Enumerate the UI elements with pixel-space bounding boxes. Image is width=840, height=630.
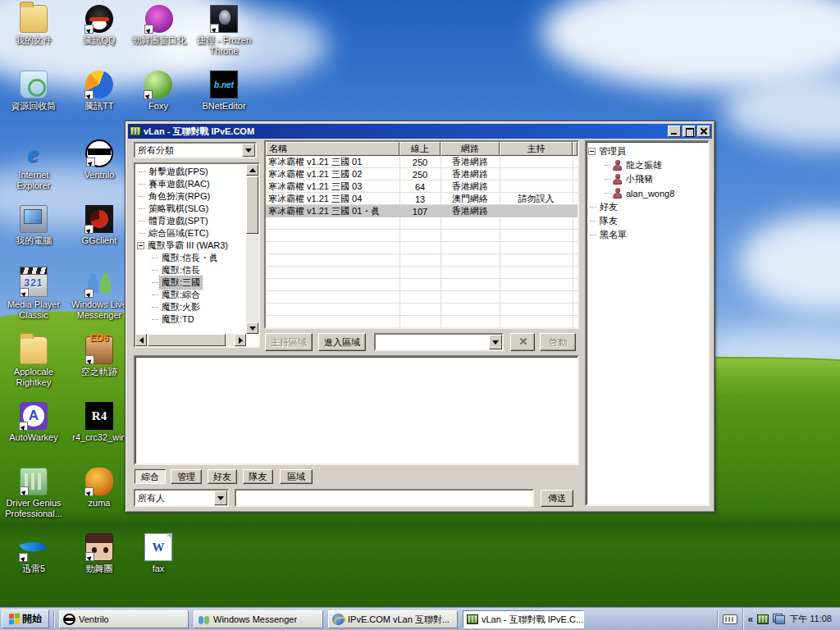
desktop-icon-thunder5[interactable]: 迅雷5 bbox=[3, 533, 64, 574]
shortcut-arrow-icon bbox=[84, 487, 94, 496]
table-header: 名稱 線上 網路 主持 bbox=[266, 142, 578, 156]
desktop-icon-foxy[interactable]: Foxy bbox=[128, 71, 189, 112]
desktop-icon-ventrilo[interactable]: Ventrilo bbox=[69, 139, 130, 180]
clapperboard-icon: 321 bbox=[20, 269, 48, 297]
desktop-icon-ed6-trails[interactable]: ED6 空之軌跡 bbox=[69, 336, 130, 377]
user-group-admins[interactable]: 管理員 bbox=[588, 144, 706, 158]
category-item[interactable]: 綜合區域(ETC) bbox=[137, 227, 246, 240]
collapse-chevron-icon[interactable]: « bbox=[748, 614, 754, 625]
collapse-icon[interactable] bbox=[137, 242, 144, 249]
user-item[interactable]: 龍之振雄 bbox=[588, 158, 706, 172]
launch-button[interactable]: 啓動 bbox=[540, 333, 576, 351]
category-item[interactable]: 角色扮演(RPG) bbox=[137, 190, 246, 203]
desktop-icon-ggclient[interactable]: GGclient bbox=[69, 205, 130, 246]
desktop-icon-driver-genius[interactable]: Driver Genius Professional... bbox=[3, 468, 64, 519]
desktop-icon-audition-windowed[interactable]: 勁舞團窗口化 bbox=[126, 5, 192, 46]
desktop-icon-audition[interactable]: 勁舞團 bbox=[69, 533, 130, 574]
tab-teammates[interactable]: 隊友 bbox=[243, 469, 273, 484]
user-item[interactable]: 小飛豬 bbox=[588, 172, 706, 186]
desktop-icon-media-player-classic[interactable]: 321 Media Player Classic bbox=[3, 269, 64, 321]
category-item[interactable]: 策略戰棋(SLG) bbox=[137, 203, 246, 215]
category-filter-combobox[interactable]: 所有分類 bbox=[134, 142, 257, 158]
category-item[interactable]: 魔獸:綜合 bbox=[137, 289, 246, 301]
category-item[interactable]: 魔獸:火影 bbox=[137, 301, 246, 313]
category-item[interactable]: 賽車遊戲(RAC) bbox=[137, 178, 246, 190]
vertical-scrollbar[interactable] bbox=[246, 164, 258, 334]
desktop-icon-recycle-bin[interactable]: 資源回收筒 bbox=[3, 71, 64, 112]
chat-display[interactable] bbox=[134, 355, 579, 465]
user-group-friends[interactable]: 好友 bbox=[588, 200, 706, 214]
column-header-online[interactable]: 線上 bbox=[399, 142, 441, 156]
desktop-icon-frozen-throne[interactable]: 捷徑 - Frozen Throne bbox=[194, 5, 254, 57]
start-button[interactable]: 開始 bbox=[2, 609, 49, 628]
desktop-icon-applocale-rightkey[interactable]: Applocale Rightkey bbox=[3, 336, 64, 388]
desktop-icon-fax[interactable]: W fax bbox=[128, 533, 189, 574]
host-room-button[interactable]: 主持區域 bbox=[265, 333, 313, 351]
desktop-icon-zuma[interactable]: zuma bbox=[69, 468, 130, 509]
close-icon[interactable] bbox=[697, 126, 710, 137]
task-ventrilo[interactable]: Ventrilo bbox=[59, 610, 189, 628]
category-item[interactable]: 魔獸:信長・眞 bbox=[137, 252, 246, 264]
minimize-icon[interactable] bbox=[668, 126, 681, 137]
table-row-selected[interactable]: 寒冰霸權 v1.21 三國 01・眞107香港網路 bbox=[266, 205, 578, 217]
driver-genius-icon bbox=[20, 468, 48, 495]
dropdown-button[interactable] bbox=[489, 335, 502, 349]
send-button[interactable]: 傳送 bbox=[541, 490, 573, 507]
scroll-thumb[interactable] bbox=[246, 176, 258, 234]
network-tray-icon[interactable] bbox=[773, 614, 785, 624]
table-row[interactable]: 寒冰霸權 v1.21 三國 0364香港網路 bbox=[266, 180, 578, 193]
table-row[interactable]: 寒冰霸權 v1.21 三國 02250香港網路 bbox=[266, 168, 578, 180]
dropdown-button[interactable] bbox=[242, 144, 255, 157]
scroll-up-button[interactable] bbox=[246, 164, 258, 176]
category-item-war3[interactable]: 魔獸爭霸 III (WAR3) bbox=[137, 240, 246, 252]
tab-admin[interactable]: 管理 bbox=[171, 469, 202, 484]
task-vlan-active[interactable]: vLan - 互聯對戰 IPvE.C... bbox=[463, 610, 584, 628]
column-header-network[interactable]: 網路 bbox=[441, 142, 500, 156]
desktop-icon-tencent-tt[interactable]: 騰訊TT bbox=[69, 71, 130, 112]
shortcut-arrow-icon bbox=[20, 288, 29, 297]
desktop-icon-autowarkey[interactable]: A AutoWarkey bbox=[3, 402, 64, 443]
cancel-button[interactable] bbox=[510, 333, 535, 351]
column-header-name[interactable]: 名稱 bbox=[266, 142, 399, 156]
desktop-icon-my-computer[interactable]: 我的電腦 bbox=[3, 205, 64, 246]
room-combobox[interactable] bbox=[374, 333, 504, 351]
task-ipve-browser[interactable]: IPvE.COM vLan 互聯對... bbox=[328, 610, 458, 628]
audition-icon bbox=[145, 5, 173, 33]
category-item[interactable]: 體育遊戲(SPT) bbox=[137, 215, 246, 227]
user-group-blacklist[interactable]: 黑名單 bbox=[588, 228, 706, 242]
tab-general[interactable]: 綜合 bbox=[135, 469, 166, 484]
table-row[interactable]: 寒冰霸權 v1.21 三國 01250香港網路 bbox=[266, 156, 578, 168]
scroll-left-button[interactable] bbox=[135, 334, 147, 346]
user-item[interactable]: alan_wong8 bbox=[588, 186, 706, 200]
ventrilo-icon bbox=[85, 139, 113, 167]
tab-region[interactable]: 區域 bbox=[280, 469, 313, 484]
column-header-host[interactable]: 主持 bbox=[500, 142, 573, 156]
desktop-icon-my-documents[interactable]: 我的文件 bbox=[3, 5, 64, 46]
scroll-down-button[interactable] bbox=[246, 322, 258, 334]
dropdown-button[interactable] bbox=[214, 491, 227, 505]
desktop-icon-qq[interactable]: 騰訊QQ bbox=[69, 5, 130, 46]
category-item[interactable]: 魔獸:信長 bbox=[137, 264, 246, 276]
join-room-button[interactable]: 進入區域 bbox=[318, 333, 366, 351]
scroll-right-button[interactable] bbox=[235, 334, 246, 346]
collapse-icon[interactable] bbox=[588, 148, 596, 155]
user-group-teammates[interactable]: 隊友 bbox=[588, 214, 706, 228]
input-method-segment[interactable] bbox=[717, 610, 742, 628]
message-input[interactable] bbox=[235, 489, 534, 507]
message-target-combobox[interactable]: 所有人 bbox=[134, 489, 229, 507]
desktop-icon-windows-live-messenger[interactable]: Windows Live Messenger bbox=[69, 269, 130, 321]
category-item[interactable]: 射擊遊戲(FPS) bbox=[137, 166, 246, 178]
scroll-thumb[interactable] bbox=[148, 334, 226, 346]
category-item-selected[interactable]: 魔獸:三國 bbox=[137, 276, 246, 289]
category-item[interactable]: 魔獸:TD bbox=[137, 313, 246, 326]
desktop-icon-bneteditor[interactable]: b.net BNetEditor bbox=[194, 71, 254, 112]
maximize-icon[interactable] bbox=[682, 126, 696, 137]
desktop-icon-internet-explorer[interactable]: e Internet Explorer bbox=[3, 139, 64, 191]
tab-friends[interactable]: 好友 bbox=[208, 469, 237, 484]
table-row[interactable]: 寒冰霸權 v1.21 三國 0413澳門網絡請勿誤入 bbox=[266, 193, 578, 205]
vlan-tray-icon[interactable] bbox=[757, 614, 769, 624]
horizontal-scrollbar[interactable] bbox=[135, 334, 246, 346]
desktop-icon-r4-crc32[interactable]: R4 r4_crc32_win bbox=[69, 402, 130, 443]
task-windows-messenger[interactable]: Windows Messenger bbox=[194, 610, 323, 628]
title-bar[interactable]: vLan - 互聯對戰 IPvE.COM bbox=[128, 124, 712, 139]
